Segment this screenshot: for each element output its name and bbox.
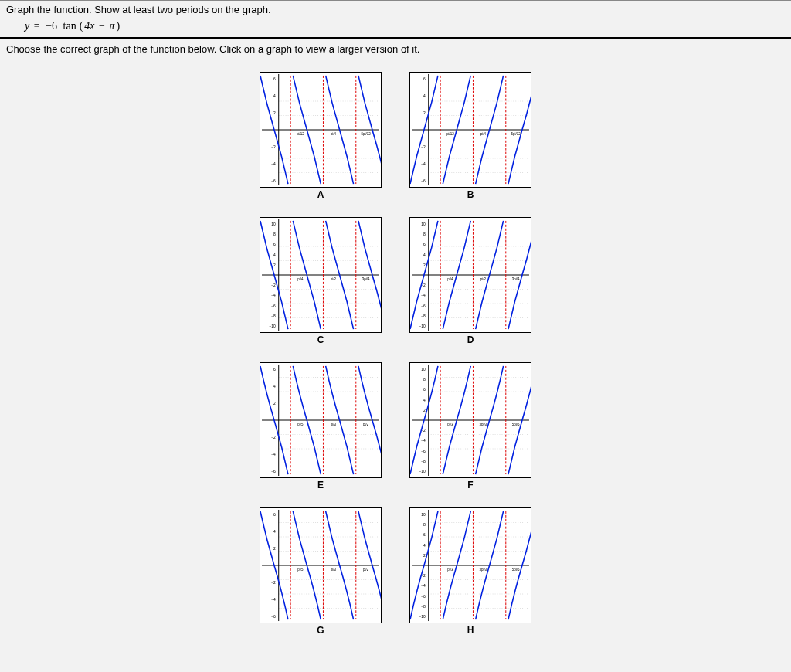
graph-row: 642−2−4−6pi/12pi/45pi/12A642−2−4−6pi/12p…: [260, 72, 531, 200]
graph-thumbnail[interactable]: 108642−2−4−6−8−10pi/4pi/23pi/4: [260, 217, 382, 333]
svg-text:4: 4: [273, 530, 276, 534]
svg-text:6: 6: [423, 77, 426, 81]
graph-option-h[interactable]: 108642−2−4−6−8−10pi/33pi/35pi/6H: [409, 507, 531, 636]
graph-label: B: [467, 189, 474, 200]
question-equation: y = −6 tan(4x − π): [25, 20, 785, 32]
graph-row: 108642−2−4−6−8−10pi/4pi/23pi/4C108642−2−…: [260, 217, 531, 345]
svg-text:pi/12: pi/12: [297, 132, 304, 136]
svg-text:2: 2: [423, 111, 426, 115]
graph-thumbnail[interactable]: 108642−2−4−6−8−10pi/4pi/23pi/4: [409, 217, 531, 333]
graph-label: A: [317, 189, 324, 200]
eq-4x: 4x: [84, 20, 94, 32]
eq-lparen: (: [78, 20, 85, 32]
svg-text:3pi/4: 3pi/4: [362, 277, 370, 281]
svg-text:−4: −4: [271, 294, 276, 297]
graph-option-a[interactable]: 642−2−4−6pi/12pi/45pi/12A: [260, 72, 382, 200]
svg-text:4: 4: [273, 385, 276, 389]
graph-row: 642−2−4−6pi/5pi/3pi/2G108642−2−4−6−8−10p…: [260, 507, 531, 636]
graph-row: 642−2−4−6pi/5pi/3pi/2E108642−2−4−6−8−10p…: [260, 362, 531, 490]
graph-option-f[interactable]: 108642−2−4−6−8−10pi/33pi/35pi/6F: [409, 362, 531, 490]
svg-text:−6: −6: [271, 179, 276, 183]
svg-text:5pi/12: 5pi/12: [362, 132, 372, 136]
eq-minus: −: [97, 20, 107, 32]
svg-text:5pi/6: 5pi/6: [512, 423, 520, 426]
svg-text:4: 4: [273, 94, 276, 98]
graph-label: G: [317, 625, 324, 636]
svg-text:pi/4: pi/4: [480, 132, 487, 136]
svg-text:−4: −4: [421, 294, 426, 297]
question-box: Graph the function. Show at least two pe…: [0, 0, 791, 39]
svg-text:−8: −8: [421, 605, 426, 609]
graph-thumbnail[interactable]: 642−2−4−6pi/12pi/45pi/12: [260, 72, 382, 188]
svg-text:−2: −2: [421, 145, 426, 149]
graph-label: E: [317, 480, 324, 490]
graph-label: F: [467, 480, 473, 490]
graphs-area: 642−2−4−6pi/12pi/45pi/12A642−2−4−6pi/12p…: [0, 59, 791, 648]
svg-text:−10: −10: [419, 615, 426, 619]
svg-text:pi/5: pi/5: [297, 568, 304, 572]
svg-text:3pi/3: 3pi/3: [479, 423, 487, 426]
graph-option-c[interactable]: 108642−2−4−6−8−10pi/4pi/23pi/4C: [260, 217, 382, 345]
svg-text:6: 6: [273, 243, 276, 246]
svg-text:−6: −6: [421, 595, 426, 599]
graph-option-d[interactable]: 108642−2−4−6−8−10pi/4pi/23pi/4D: [409, 217, 531, 345]
svg-text:6: 6: [273, 77, 276, 81]
svg-text:10: 10: [421, 222, 426, 226]
svg-text:6: 6: [423, 243, 426, 246]
graph-thumbnail[interactable]: 642−2−4−6pi/12pi/45pi/12: [409, 72, 531, 188]
instruction-text: Choose the correct graph of the function…: [0, 39, 791, 59]
graph-label: D: [467, 334, 474, 345]
graph-label: C: [317, 334, 324, 345]
graph-option-g[interactable]: 642−2−4−6pi/5pi/3pi/2G: [260, 507, 382, 636]
svg-text:6: 6: [273, 368, 276, 372]
svg-text:−4: −4: [271, 453, 276, 456]
eq-tan: tan: [62, 20, 78, 32]
svg-text:2: 2: [273, 402, 276, 406]
svg-text:6: 6: [423, 533, 426, 537]
eq-neg6: −6: [44, 20, 59, 32]
graph-thumbnail[interactable]: 108642−2−4−6−8−10pi/33pi/35pi/6: [409, 507, 531, 623]
svg-text:10: 10: [421, 368, 426, 372]
svg-text:−4: −4: [421, 439, 426, 443]
svg-text:4: 4: [423, 399, 426, 402]
graph-thumbnail[interactable]: 642−2−4−6pi/5pi/3pi/2: [260, 362, 382, 478]
svg-text:−4: −4: [271, 162, 276, 166]
graph-option-e[interactable]: 642−2−4−6pi/5pi/3pi/2E: [260, 362, 382, 490]
graph-option-b[interactable]: 642−2−4−6pi/12pi/45pi/12B: [409, 72, 531, 200]
svg-text:−10: −10: [419, 324, 426, 328]
svg-text:pi/3: pi/3: [331, 568, 337, 572]
svg-text:3pi/4: 3pi/4: [512, 277, 520, 281]
svg-text:pi/3: pi/3: [447, 423, 453, 426]
svg-text:−6: −6: [421, 450, 426, 453]
svg-text:3pi/3: 3pi/3: [479, 568, 487, 572]
svg-text:8: 8: [423, 523, 426, 527]
svg-text:−10: −10: [419, 470, 426, 473]
svg-text:−2: −2: [271, 283, 276, 287]
svg-text:pi/2: pi/2: [480, 277, 487, 281]
svg-text:−8: −8: [271, 314, 276, 318]
svg-text:10: 10: [271, 222, 276, 226]
svg-text:pi/4: pi/4: [447, 277, 453, 281]
svg-text:−6: −6: [421, 179, 426, 183]
svg-text:−6: −6: [421, 304, 426, 308]
svg-text:−4: −4: [421, 162, 426, 166]
graph-thumbnail[interactable]: 642−2−4−6pi/5pi/3pi/2: [260, 507, 382, 623]
svg-text:−4: −4: [271, 598, 276, 602]
svg-text:−6: −6: [271, 615, 276, 619]
svg-text:8: 8: [423, 378, 426, 382]
eq-rparen: ): [114, 20, 121, 32]
svg-text:6: 6: [423, 388, 426, 392]
svg-text:−4: −4: [421, 584, 426, 588]
svg-text:2: 2: [423, 409, 426, 412]
svg-text:−6: −6: [271, 470, 276, 473]
svg-text:6: 6: [273, 513, 276, 517]
svg-text:5pi/6: 5pi/6: [512, 568, 520, 572]
svg-text:pi/5: pi/5: [297, 423, 304, 426]
svg-text:pi/4: pi/4: [297, 277, 304, 281]
svg-text:pi/2: pi/2: [363, 568, 369, 572]
svg-text:2: 2: [273, 111, 276, 115]
svg-text:8: 8: [273, 232, 276, 236]
svg-text:pi/2: pi/2: [331, 277, 337, 281]
svg-text:−6: −6: [271, 304, 276, 308]
graph-thumbnail[interactable]: 108642−2−4−6−8−10pi/33pi/35pi/6: [409, 362, 531, 478]
